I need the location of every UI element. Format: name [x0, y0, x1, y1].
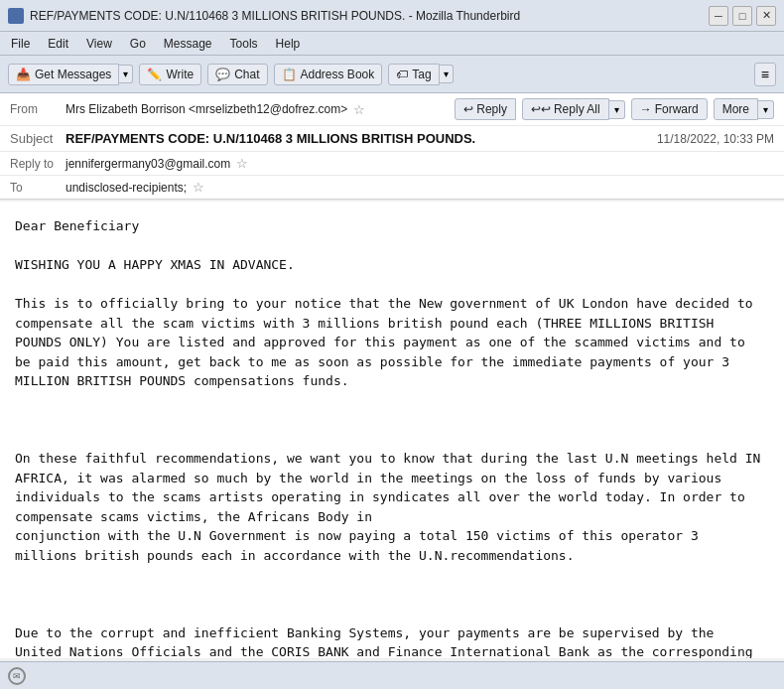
get-messages-group: 📥 Get Messages ▾: [8, 64, 133, 85]
reply-all-dropdown[interactable]: ▾: [609, 100, 625, 119]
chat-label: Chat: [234, 68, 259, 81]
forward-icon: →: [640, 102, 652, 116]
hamburger-button[interactable]: ≡: [754, 63, 776, 86]
chat-icon: 💬: [215, 68, 230, 81]
more-group: More ▾: [714, 98, 774, 120]
title-bar-controls[interactable]: ─ □ ✕: [709, 6, 776, 26]
status-icon-symbol: ✉: [13, 671, 21, 681]
subject-label: Subject: [10, 131, 60, 146]
forward-label: Forward: [655, 102, 699, 116]
to-label: To: [10, 181, 60, 195]
status-icon: ✉: [8, 667, 26, 685]
get-messages-button[interactable]: 📥 Get Messages: [8, 64, 119, 85]
subject-value: REF/PAYMENTS CODE: U.N/110468 3 MILLIONS…: [65, 131, 475, 146]
subject-left: Subject REF/PAYMENTS CODE: U.N/110468 3 …: [10, 131, 475, 146]
to-value: undisclosed-recipients;: [65, 181, 187, 195]
reply-label: Reply: [476, 102, 507, 116]
address-book-label: Address Book: [301, 68, 375, 81]
reply-all-button[interactable]: ↩↩ Reply All: [522, 98, 609, 120]
tag-icon: 🏷: [396, 68, 408, 81]
toolbar: 📥 Get Messages ▾ ✏️ Write 💬 Chat 📋 Addre…: [0, 56, 784, 93]
maximize-button[interactable]: □: [732, 6, 752, 26]
tag-button[interactable]: 🏷 Tag: [388, 64, 439, 85]
app-icon: [8, 8, 24, 24]
close-button[interactable]: ✕: [756, 6, 776, 26]
replyto-label: Reply to: [10, 157, 60, 171]
get-messages-icon: 📥: [16, 68, 31, 81]
title-bar-left: REF/PAYMENTS CODE: U.N/110468 3 MILLIONS…: [8, 8, 520, 24]
to-row: To undisclosed-recipients; ☆: [0, 176, 784, 199]
menu-help[interactable]: Help: [273, 36, 304, 52]
from-row: From Mrs Elizabeth Borrison <mrselizbeth…: [0, 93, 784, 126]
reply-all-group: ↩↩ Reply All ▾: [522, 98, 625, 120]
from-left: From Mrs Elizabeth Borrison <mrselizbeth…: [10, 102, 365, 117]
reply-button[interactable]: ↩ Reply: [455, 98, 516, 120]
more-dropdown[interactable]: ▾: [758, 100, 774, 119]
menu-go[interactable]: Go: [127, 36, 149, 52]
message-body: Dear Beneficiary WISHING YOU A HAPPY XMA…: [0, 202, 784, 658]
replyto-value: jennifergermany03@gmail.com: [65, 157, 230, 171]
action-buttons: ↩ Reply ↩↩ Reply All ▾ → Forward More ▾: [455, 98, 774, 120]
replyto-row: Reply to jennifergermany03@gmail.com ☆: [0, 152, 784, 176]
status-bar: ✉: [0, 661, 784, 689]
tag-dropdown[interactable]: ▾: [440, 65, 454, 83]
more-button[interactable]: More: [714, 98, 758, 120]
forward-button[interactable]: → Forward: [631, 98, 708, 120]
to-star-icon[interactable]: ☆: [193, 180, 204, 195]
address-book-icon: 📋: [282, 68, 297, 81]
menu-message[interactable]: Message: [161, 36, 215, 52]
tag-label: Tag: [412, 68, 431, 81]
menu-view[interactable]: View: [83, 36, 115, 52]
address-book-button[interactable]: 📋 Address Book: [274, 64, 383, 85]
menu-file[interactable]: File: [8, 36, 33, 52]
reply-group: ↩ Reply: [455, 98, 516, 120]
reply-icon: ↩: [463, 102, 473, 116]
get-messages-dropdown[interactable]: ▾: [119, 65, 133, 83]
menu-tools[interactable]: Tools: [227, 36, 261, 52]
chat-button[interactable]: 💬 Chat: [207, 64, 267, 85]
window-title: REF/PAYMENTS CODE: U.N/110468 3 MILLIONS…: [30, 9, 520, 23]
write-icon: ✏️: [147, 68, 162, 81]
tag-group: 🏷 Tag ▾: [388, 64, 453, 85]
get-messages-label: Get Messages: [35, 68, 111, 81]
write-button[interactable]: ✏️ Write: [139, 64, 201, 85]
message-body-container: Dear Beneficiary WISHING YOU A HAPPY XMA…: [0, 202, 784, 658]
minimize-button[interactable]: ─: [709, 6, 728, 26]
reply-all-label: Reply All: [554, 102, 600, 116]
menu-bar: File Edit View Go Message Tools Help: [0, 32, 784, 56]
date-value: 11/18/2022, 10:33 PM: [657, 132, 774, 146]
from-star-icon[interactable]: ☆: [353, 102, 365, 117]
hamburger-icon: ≡: [761, 67, 769, 82]
replyto-star-icon[interactable]: ☆: [236, 156, 248, 171]
subject-row: Subject REF/PAYMENTS CODE: U.N/110468 3 …: [0, 126, 784, 152]
from-label: From: [10, 102, 60, 116]
menu-edit[interactable]: Edit: [45, 36, 71, 52]
more-label: More: [722, 102, 749, 116]
reply-all-icon: ↩↩: [531, 102, 551, 116]
message-header: From Mrs Elizabeth Borrison <mrselizbeth…: [0, 93, 784, 200]
write-label: Write: [166, 68, 194, 81]
from-value: Mrs Elizabeth Borrison <mrselizbeth12@do…: [65, 102, 347, 116]
title-bar: REF/PAYMENTS CODE: U.N/110468 3 MILLIONS…: [0, 0, 784, 32]
